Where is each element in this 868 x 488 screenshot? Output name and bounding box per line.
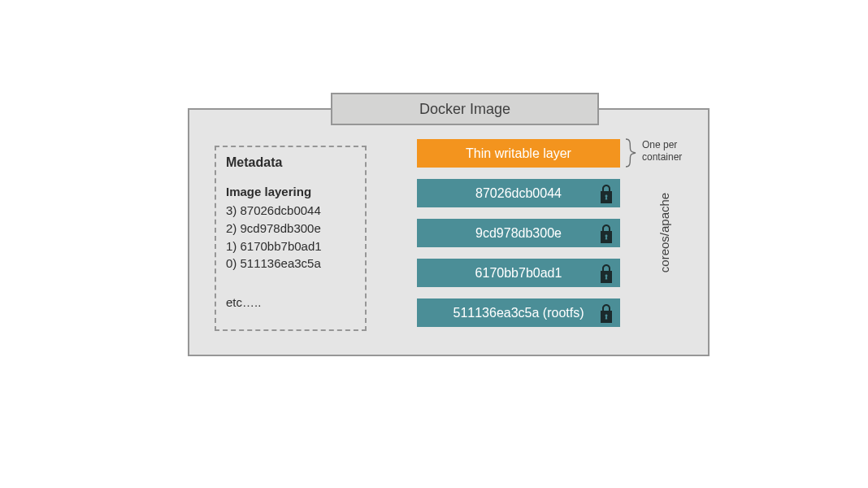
brace-icon (624, 137, 639, 168)
metadata-title: Metadata (226, 155, 355, 170)
diagram-container: Docker Image Metadata Image layering 3) … (188, 104, 710, 356)
metadata-subtitle: Image layering (226, 185, 355, 198)
layer-ro-1-label: 9cd978db300e (475, 226, 562, 241)
lock-icon (597, 262, 615, 285)
title-text: Docker Image (419, 101, 510, 118)
layer-ro-2-label: 6170bb7b0ad1 (475, 266, 562, 281)
metadata-box: Metadata Image layering 3) 87026dcb0044 … (215, 146, 367, 331)
metadata-item-3: 3) 87026dcb0044 (226, 202, 355, 220)
layer-ro-0: 87026dcb0044 (417, 179, 620, 207)
lock-icon (597, 222, 615, 245)
layer-ro-1: 9cd978db300e (417, 219, 620, 247)
lock-icon (597, 182, 615, 205)
metadata-item-2: 2) 9cd978db300e (226, 220, 355, 237)
metadata-item-1: 1) 6170bb7b0ad1 (226, 237, 355, 255)
writable-layer: Thin writable layer (417, 139, 620, 168)
layer-ro-2: 6170bb7b0ad1 (417, 259, 620, 287)
image-name-label: coreos/apache (657, 192, 671, 272)
layer-ro-0-label: 87026dcb0044 (475, 186, 562, 201)
layers-column: Thin writable layer 87026dcb0044 9cd978d… (417, 139, 620, 338)
annotation-text: One per container (642, 139, 682, 163)
annotation-line-2: container (642, 151, 682, 163)
lock-icon (597, 302, 615, 325)
layer-ro-3-label: 511136ea3c5a (rootfs) (454, 306, 584, 320)
annotation-line-1: One per (642, 139, 682, 151)
layer-ro-3: 511136ea3c5a (rootfs) (417, 298, 620, 327)
writable-layer-label: Thin writable layer (466, 146, 571, 161)
title-tab: Docker Image (331, 93, 599, 125)
metadata-item-0: 0) 511136ea3c5a (226, 255, 355, 272)
metadata-etc: etc….. (226, 295, 355, 309)
main-box: Metadata Image layering 3) 87026dcb0044 … (188, 108, 710, 356)
